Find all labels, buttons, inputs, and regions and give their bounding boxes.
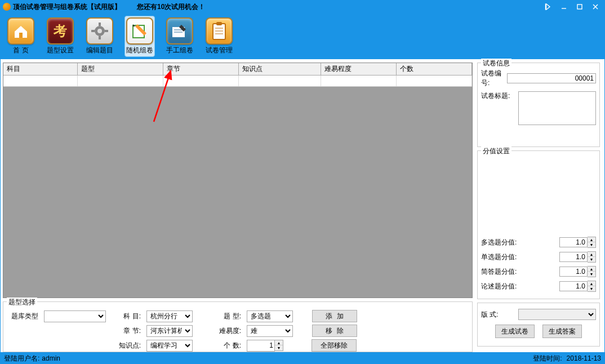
label-bank-type: 题库类型 [9,312,38,321]
exam-icon: 考 [47,17,74,45]
short-score-stepper[interactable]: ▲▼ [559,266,596,277]
titlebar: 顶伯试卷管理与组卷系统【试用版】 您还有10次试用机会！ [1,1,604,13]
down-arrow-icon[interactable]: ▼ [588,257,595,262]
generate-answer-button[interactable]: 生成答案 [542,325,582,338]
toolbar-edit-questions[interactable]: 编辑题目 [85,16,114,56]
minimize-button[interactable] [557,2,571,12]
app-icon [3,3,11,11]
count-stepper[interactable]: ▲▼ [247,340,283,352]
up-arrow-icon[interactable]: ▲ [275,340,283,345]
type-select[interactable]: 多选题 [247,310,293,322]
toolbar-label: 随机组卷 [126,46,153,55]
svg-rect-11 [105,30,108,32]
label-essay: 论述题分值: [481,282,526,291]
trial-notice: 您还有10次试用机会！ [137,2,205,12]
label-subject: 科 目: [112,312,141,321]
single-score-stepper[interactable]: ▲▼ [559,251,596,263]
label-single: 单选题分值: [481,252,526,262]
maximize-button[interactable] [573,2,586,12]
down-arrow-icon[interactable]: ▼ [588,272,595,277]
label-knowledge: 知识点: [112,341,141,350]
down-arrow-icon[interactable]: ▼ [588,242,595,247]
pencil-note-icon [126,17,153,45]
format-select[interactable] [518,309,596,320]
col-type: 题型 [78,63,163,75]
col-difficulty: 难易程度 [321,63,397,75]
grid-header: 科目 题型 章节 知识点 难易程度 个数 [3,63,472,76]
add-button[interactable]: 添加 [312,310,357,322]
col-subject: 科目 [3,63,78,75]
write-icon [166,17,193,45]
score-group: 分值设置 多选题分值:▲▼ 单选题分值:▲▼ 简答题分值:▲▼ 论述题分值:▲▼ [477,150,600,299]
subject-select[interactable]: 杭州分行 [146,310,193,322]
svg-rect-0 [546,4,546,10]
toolbar: 首 页 考 题型设置 编辑题目 随机组卷 手工组卷 试卷管理 [1,13,604,59]
label-difficulty: 难易度: [212,326,241,336]
close-button[interactable] [589,2,602,12]
login-time-label: 登陆时间: [533,354,562,363]
clipboard-icon [206,17,233,45]
selection-panel: 题型选择 题库类型 科 目: 杭州分行 题 型: 多选题 添加 章 节: 河东计… [3,301,473,352]
down-arrow-icon[interactable]: ▼ [588,286,595,291]
questions-grid[interactable]: 科目 题型 章节 知识点 难易程度 个数 [3,63,473,298]
up-arrow-icon[interactable]: ▲ [588,237,595,242]
paper-info-group: 试卷信息 试卷编号: 试卷标题: [477,63,600,147]
paper-info-legend: 试卷信息 [481,59,511,68]
multi-score-stepper[interactable]: ▲▼ [559,237,596,248]
bank-type-select[interactable] [44,310,106,322]
svg-point-7 [97,29,102,33]
essay-score-stepper[interactable]: ▲▼ [559,281,596,292]
difficulty-select[interactable]: 难 [247,325,293,337]
svg-rect-8 [99,23,101,26]
svg-rect-9 [99,36,101,39]
col-knowledge: 知识点 [239,63,321,75]
svg-rect-2 [577,5,582,9]
remove-button[interactable]: 移除 [312,325,357,337]
label-format: 版 式: [481,310,518,319]
up-arrow-icon[interactable]: ▲ [588,252,595,257]
login-user-value: admin [42,354,60,362]
statusbar: 登陆用户名: admin 登陆时间: 2018-11-13 [1,352,604,364]
knowledge-select[interactable]: 编程学习 [146,340,193,352]
label-paper-title: 试卷标题: [481,91,518,101]
app-title: 顶伯试卷管理与组卷系统【试用版】 [13,2,121,12]
label-type: 题 型: [212,312,241,321]
label-short: 简答题分值: [481,267,526,277]
toolbar-label: 首 页 [13,46,28,55]
svg-rect-17 [216,22,222,25]
label-paper-no: 试卷编号: [481,69,507,88]
toolbar-label: 试卷管理 [206,46,233,55]
down-arrow-icon[interactable]: ▼ [275,345,283,350]
svg-rect-16 [213,24,225,39]
toolbar-label: 编辑题目 [86,46,113,55]
col-count: 个数 [397,63,472,75]
toolbar-label: 手工组卷 [166,46,193,55]
svg-rect-10 [91,30,95,32]
generate-paper-button[interactable]: 生成试卷 [495,325,535,338]
toolbar-paper-manage[interactable]: 试卷管理 [204,16,234,56]
col-chapter: 章节 [163,63,239,75]
paper-title-input[interactable] [518,91,596,125]
help-button[interactable] [541,2,555,12]
format-group: 版 式: 生成试卷 生成答案 [477,303,600,347]
remove-all-button[interactable]: 全部移除 [312,339,357,352]
score-legend: 分值设置 [481,147,511,156]
login-time-value: 2018-11-13 [567,354,601,362]
login-user-label: 登陆用户名: [4,354,39,363]
gear-icon [86,17,113,45]
label-multi: 多选题分值: [481,238,526,247]
home-icon [7,17,34,45]
toolbar-label: 题型设置 [47,46,74,55]
count-input[interactable] [247,340,275,352]
toolbar-type-settings[interactable]: 考 题型设置 [46,16,75,56]
toolbar-home[interactable]: 首 页 [6,16,35,56]
up-arrow-icon[interactable]: ▲ [588,267,595,272]
label-count: 个 数: [212,341,241,350]
toolbar-random-compose[interactable]: 随机组卷 [124,16,155,57]
toolbar-manual-compose[interactable]: 手工组卷 [165,16,194,56]
paper-no-input[interactable] [507,73,596,83]
chapter-select[interactable]: 河东计算机考 [146,325,193,337]
label-chapter: 章 节: [112,326,141,336]
up-arrow-icon[interactable]: ▲ [588,281,595,286]
grid-empty-row [3,76,472,87]
